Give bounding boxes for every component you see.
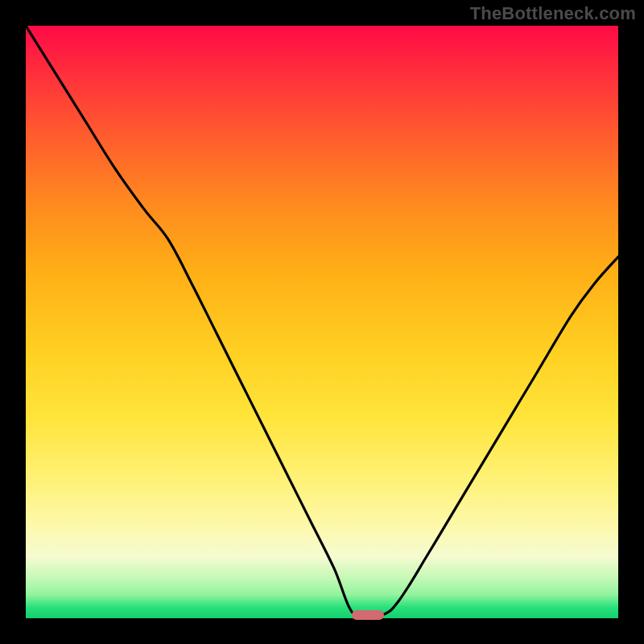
chart-frame: TheBottleneck.com: [0, 0, 644, 644]
minimum-marker: [352, 610, 384, 620]
watermark-text: TheBottleneck.com: [470, 3, 636, 24]
bottleneck-chart: [26, 26, 618, 618]
bottleneck-curve: [26, 26, 618, 618]
